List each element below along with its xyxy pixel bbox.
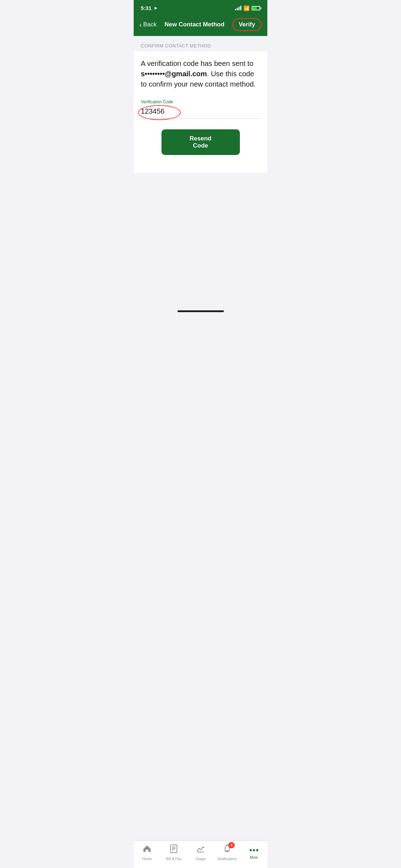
wifi-icon: 📶 bbox=[243, 5, 250, 11]
verification-code-field: Verification Code bbox=[141, 99, 260, 119]
confirm-card: A verification code has been sent to s••… bbox=[134, 51, 267, 173]
verification-message: A verification code has been sent to s••… bbox=[141, 58, 260, 89]
empty-area bbox=[134, 173, 267, 308]
email-display: s••••••••@gmail.com bbox=[141, 70, 207, 78]
back-label: Back bbox=[143, 21, 157, 28]
status-bar: 5:31 ➤ 📶 bbox=[134, 0, 267, 15]
chevron-left-icon: ‹ bbox=[139, 21, 142, 29]
signal-icon bbox=[235, 6, 241, 10]
location-icon: ➤ bbox=[154, 6, 157, 11]
field-label: Verification Code bbox=[141, 99, 260, 104]
status-indicators: 📶 bbox=[235, 5, 260, 11]
verify-button[interactable]: Verify bbox=[232, 18, 262, 31]
resend-code-button[interactable]: Resend Code bbox=[161, 129, 240, 155]
page-title: New Contact Method bbox=[165, 21, 225, 28]
verification-code-input[interactable] bbox=[141, 106, 260, 119]
back-button[interactable]: ‹ Back bbox=[139, 21, 156, 29]
main-content: CONFIRM CONTACT METHOD A verification co… bbox=[134, 36, 267, 308]
nav-bar: ‹ Back New Contact Method Verify bbox=[134, 15, 267, 36]
battery-icon bbox=[252, 6, 260, 10]
home-indicator bbox=[178, 310, 224, 312]
section-header: CONFIRM CONTACT METHOD bbox=[134, 36, 267, 51]
status-time: 5:31 ➤ bbox=[141, 5, 157, 11]
